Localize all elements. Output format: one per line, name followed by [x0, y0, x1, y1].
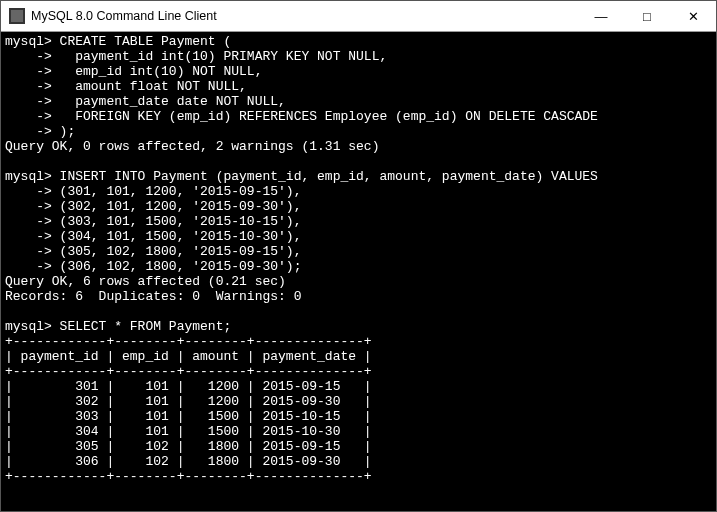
window-title: MySQL 8.0 Command Line Client [31, 9, 578, 23]
table-border: +------------+--------+--------+--------… [5, 364, 372, 379]
line: -> (301, 101, 1200, '2015-09-15'), [5, 184, 301, 199]
table-row: | 306 | 102 | 1800 | 2015-09-30 | [5, 454, 372, 469]
table-border: +------------+--------+--------+--------… [5, 469, 372, 484]
line: mysql> SELECT * FROM Payment; [5, 319, 231, 334]
line: -> emp_id int(10) NOT NULL, [5, 64, 262, 79]
app-icon [9, 8, 25, 24]
table-row: | 304 | 101 | 1500 | 2015-10-30 | [5, 424, 372, 439]
query-result: Query OK, 6 rows affected (0.21 sec) [5, 274, 286, 289]
line: -> (306, 102, 1800, '2015-09-30'); [5, 259, 301, 274]
query-result: Query OK, 0 rows affected, 2 warnings (1… [5, 139, 379, 154]
table-row: | 305 | 102 | 1800 | 2015-09-15 | [5, 439, 372, 454]
line: -> payment_id int(10) PRIMARY KEY NOT NU… [5, 49, 387, 64]
table-row: | 303 | 101 | 1500 | 2015-10-15 | [5, 409, 372, 424]
table-border: +------------+--------+--------+--------… [5, 334, 372, 349]
app-window: MySQL 8.0 Command Line Client — □ ✕ mysq… [0, 0, 717, 512]
line: -> ); [5, 124, 75, 139]
titlebar[interactable]: MySQL 8.0 Command Line Client — □ ✕ [1, 1, 716, 32]
line: -> (303, 101, 1500, '2015-10-15'), [5, 214, 301, 229]
close-button[interactable]: ✕ [670, 1, 716, 31]
table-row: | 301 | 101 | 1200 | 2015-09-15 | [5, 379, 372, 394]
table-row: | 302 | 101 | 1200 | 2015-09-30 | [5, 394, 372, 409]
line: mysql> INSERT INTO Payment (payment_id, … [5, 169, 598, 184]
query-result: Records: 6 Duplicates: 0 Warnings: 0 [5, 289, 301, 304]
line: -> (305, 102, 1800, '2015-09-15'), [5, 244, 301, 259]
line: -> (302, 101, 1200, '2015-09-30'), [5, 199, 301, 214]
maximize-button[interactable]: □ [624, 1, 670, 31]
line: -> (304, 101, 1500, '2015-10-30'), [5, 229, 301, 244]
window-controls: — □ ✕ [578, 1, 716, 31]
minimize-button[interactable]: — [578, 1, 624, 31]
terminal-content[interactable]: mysql> CREATE TABLE Payment ( -> payment… [1, 32, 716, 511]
table-header: | payment_id | emp_id | amount | payment… [5, 349, 372, 364]
line: -> payment_date date NOT NULL, [5, 94, 286, 109]
line: mysql> CREATE TABLE Payment ( [5, 34, 231, 49]
line: -> FOREIGN KEY (emp_id) REFERENCES Emplo… [5, 109, 598, 124]
line: -> amount float NOT NULL, [5, 79, 247, 94]
